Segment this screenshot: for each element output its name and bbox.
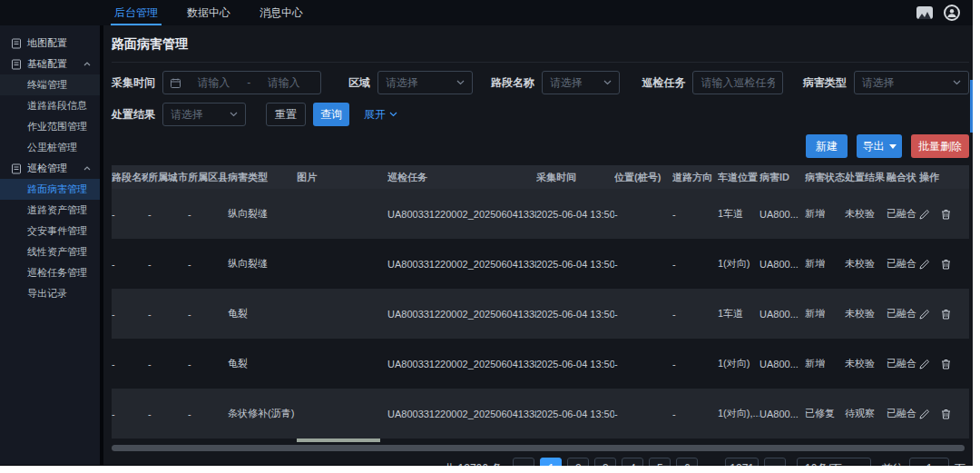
region-select[interactable]: 请选择 — [377, 71, 473, 94]
total-count: 共 12706 条 — [444, 461, 502, 467]
sidebar-item-label: 道路路段信息 — [27, 99, 87, 113]
inspection-task-input[interactable] — [701, 76, 774, 89]
expand-filters-link[interactable]: 展开 — [364, 107, 397, 123]
goto-page-input[interactable] — [909, 458, 949, 466]
screenshot-icon[interactable] — [916, 6, 933, 19]
create-button[interactable]: 新建 — [806, 134, 848, 158]
page-button-1[interactable]: 1 — [540, 458, 562, 466]
sidebar-item-map-config[interactable]: 地图配置 — [0, 33, 100, 54]
page-size-select[interactable]: 10条/页 — [797, 458, 871, 466]
next-page-button[interactable]: › — [764, 458, 786, 466]
export-button[interactable]: 导出 — [857, 134, 902, 158]
horizontal-scrollbar[interactable] — [112, 445, 965, 451]
action-buttons: 新建 导出 批量删除 — [112, 134, 969, 158]
cell-time: 2025-06-04 13:50 — [536, 409, 614, 419]
app-window: 后台管理 数据中心 消息中心 地图配置 基础配置 终端管理 道路路段信息 作业范… — [0, 0, 973, 466]
more-pages-icon[interactable]: ··· — [703, 462, 720, 466]
sidebar-item-road-section-info[interactable]: 道路路段信息 — [0, 95, 100, 116]
page-button-4[interactable]: 4 — [622, 458, 643, 466]
sidebar-item-traffic-safety-event-mgmt[interactable]: 交安事件管理 — [0, 221, 100, 241]
prev-page-button[interactable]: ‹ — [513, 458, 534, 466]
cell-time: 2025-06-04 13:50 — [536, 209, 614, 220]
chevron-down-icon — [389, 112, 397, 117]
table-row: - - - 龟裂 UA800331220002_2025060413385205… — [112, 339, 969, 389]
delete-icon[interactable] — [941, 409, 951, 419]
page-button-2[interactable]: 2 — [567, 458, 589, 466]
result-select-placeholder: 请选择 — [171, 107, 203, 123]
sidebar-group-inspection-mgmt[interactable]: 巡检管理 — [0, 158, 100, 179]
vertical-scrollbar[interactable] — [970, 80, 973, 133]
delete-icon[interactable] — [941, 309, 951, 320]
sidebar-item-export-records[interactable]: 导出记录 — [0, 283, 100, 304]
road-name-select[interactable]: 请选择 — [542, 71, 620, 94]
sidebar-item-label: 公里桩管理 — [27, 141, 77, 154]
cell-direction: - — [672, 309, 718, 320]
inspection-task-label: 巡检任务 — [642, 75, 685, 91]
sidebar-group-basic-config[interactable]: 基础配置 — [0, 54, 100, 74]
user-avatar-icon[interactable] — [944, 5, 960, 21]
sidebar-item-linear-asset-mgmt[interactable]: 线性资产管理 — [0, 241, 100, 262]
cell-task: UA800331220002_20250604133852059 — [387, 259, 536, 270]
cell-disease-type: 纵向裂缝 — [228, 207, 297, 221]
sidebar-item-label: 交安事件管理 — [27, 224, 87, 238]
delete-icon[interactable] — [941, 209, 951, 220]
cell-county: - — [188, 309, 228, 320]
cell-disease-type: 纵向裂缝 — [228, 257, 297, 271]
cell-stake: - — [614, 359, 672, 370]
cell-city: - — [148, 359, 188, 370]
cell-time: 2025-06-04 13:50 — [536, 359, 614, 370]
edit-icon[interactable] — [919, 409, 930, 419]
sidebar-item-work-scope-mgmt[interactable]: 作业范围管理 — [0, 116, 100, 137]
date-start-input[interactable] — [184, 76, 243, 89]
edit-icon[interactable] — [919, 209, 930, 220]
tab-data-center[interactable]: 数据中心 — [172, 0, 245, 25]
col-collect-time: 采集时间 — [536, 171, 614, 184]
road-select-placeholder: 请选择 — [550, 75, 583, 91]
col-handle-result: 处置结果 — [845, 171, 887, 184]
cell-lane: 1(对向) — [718, 357, 760, 370]
region-select-placeholder: 请选择 — [386, 75, 418, 91]
search-button[interactable]: 查询 — [313, 103, 349, 126]
sidebar-item-pavement-disease-mgmt[interactable]: 路面病害管理 — [0, 179, 100, 200]
edit-icon[interactable] — [919, 309, 930, 320]
sidebar-item-label: 导出记录 — [27, 287, 67, 301]
edit-icon[interactable] — [919, 359, 930, 370]
sidebar-item-kilometer-post-mgmt[interactable]: 公里桩管理 — [0, 137, 100, 158]
date-end-input[interactable] — [254, 76, 313, 89]
tab-message-center[interactable]: 消息中心 — [245, 0, 318, 25]
cell-disease-type: 龟裂 — [228, 357, 297, 370]
reset-button[interactable]: 重置 — [266, 103, 306, 126]
tab-backend-admin[interactable]: 后台管理 — [100, 0, 172, 25]
sidebar-item-label: 巡检管理 — [27, 162, 67, 175]
cell-disease-id: UA800... — [760, 359, 805, 370]
col-stake-position: 位置(桩号) — [614, 171, 672, 184]
sidebar-item-road-asset-mgmt[interactable]: 道路资产管理 — [0, 200, 100, 221]
cell-disease-id: UA800... — [760, 409, 805, 419]
cell-county: - — [188, 359, 228, 370]
delete-icon[interactable] — [941, 259, 951, 270]
delete-icon[interactable] — [941, 359, 951, 370]
edit-icon[interactable] — [919, 259, 930, 270]
date-range-picker[interactable]: - — [162, 71, 321, 94]
topbar-spacer — [0, 0, 100, 25]
chevron-up-icon — [83, 62, 91, 66]
cell-city: - — [148, 309, 188, 320]
page-button-3[interactable]: 3 — [594, 458, 616, 466]
sidebar-item-inspection-task-mgmt[interactable]: 巡检任务管理 — [0, 262, 100, 283]
col-road-direction: 道路方向 — [672, 171, 718, 184]
handle-result-select[interactable]: 请选择 — [162, 103, 246, 126]
page-button-6[interactable]: 6 — [676, 458, 698, 466]
disease-type-select[interactable]: 请选择 — [854, 71, 969, 94]
cell-fusion: 已融合 — [887, 207, 919, 221]
col-lane-position: 车道位置 — [718, 171, 760, 184]
col-image: 图片 — [297, 171, 387, 184]
sidebar-item-label: 线性资产管理 — [27, 245, 87, 259]
batch-delete-button[interactable]: 批量删除 — [911, 134, 969, 158]
sidebar-item-terminal-mgmt[interactable]: 终端管理 — [0, 74, 100, 95]
page-button-5[interactable]: 5 — [649, 458, 671, 466]
cell-stake: - — [614, 409, 672, 419]
cell-city: - — [148, 259, 188, 270]
cell-result: 未校验 — [845, 307, 887, 320]
last-page-button[interactable]: 1271 — [725, 458, 759, 466]
cell-task: UA800331220002_20250604133852059 — [387, 409, 536, 419]
